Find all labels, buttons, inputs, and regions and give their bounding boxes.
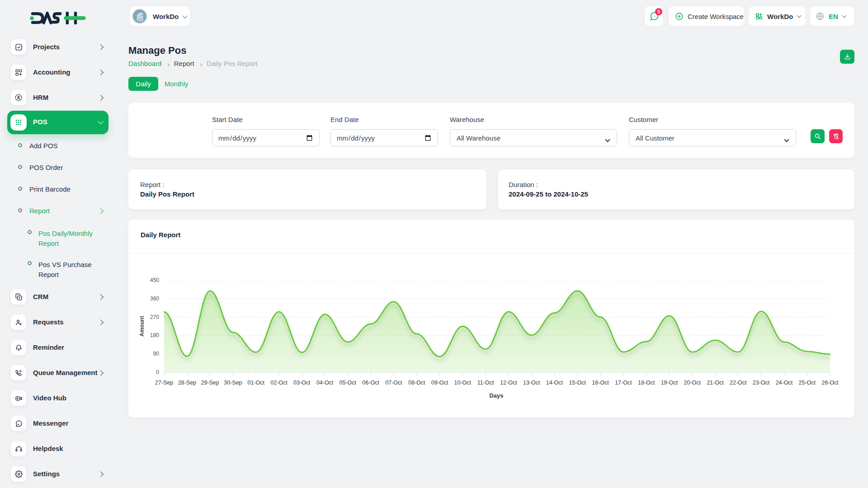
svg-text:180: 180 — [150, 332, 159, 338]
svg-text:25-Oct: 25-Oct — [798, 380, 816, 386]
svg-text:10-Oct: 10-Oct — [454, 380, 472, 386]
svg-text:28-Sep: 28-Sep — [178, 380, 196, 386]
svg-text:21-Oct: 21-Oct — [707, 380, 724, 386]
svg-text:17-Oct: 17-Oct — [615, 380, 632, 386]
svg-text:15-Oct: 15-Oct — [569, 380, 586, 386]
svg-text:90: 90 — [153, 351, 160, 357]
svg-text:18-Oct: 18-Oct — [638, 380, 655, 386]
svg-text:12-Oct: 12-Oct — [500, 380, 517, 386]
svg-text:03-Oct: 03-Oct — [293, 380, 311, 386]
svg-text:08-Oct: 08-Oct — [408, 380, 425, 386]
svg-text:360: 360 — [150, 296, 159, 302]
svg-text:07-Oct: 07-Oct — [385, 380, 402, 386]
svg-text:29-Sep: 29-Sep — [201, 380, 219, 386]
svg-text:23-Oct: 23-Oct — [753, 380, 770, 386]
svg-text:22-Oct: 22-Oct — [730, 380, 747, 386]
svg-text:14-Oct: 14-Oct — [546, 380, 563, 386]
svg-text:450: 450 — [150, 277, 159, 283]
svg-text:0: 0 — [156, 369, 159, 375]
svg-text:13-Oct: 13-Oct — [523, 380, 540, 386]
svg-text:11-Oct: 11-Oct — [477, 380, 494, 386]
svg-text:27-Sep: 27-Sep — [155, 380, 173, 386]
svg-text:06-Oct: 06-Oct — [362, 380, 379, 386]
svg-text:16-Oct: 16-Oct — [592, 380, 609, 386]
svg-text:30-Sep: 30-Sep — [224, 380, 242, 386]
svg-text:Amount: Amount — [139, 316, 145, 336]
svg-text:20-Oct: 20-Oct — [684, 380, 701, 386]
svg-text:19-Oct: 19-Oct — [661, 380, 678, 386]
svg-text:04-Oct: 04-Oct — [316, 380, 334, 386]
svg-text:09-Oct: 09-Oct — [431, 380, 448, 386]
svg-text:01-Oct: 01-Oct — [247, 380, 264, 386]
svg-text:05-Oct: 05-Oct — [340, 380, 357, 386]
svg-text:02-Oct: 02-Oct — [270, 380, 288, 386]
svg-text:24-Oct: 24-Oct — [776, 380, 793, 386]
svg-text:Days: Days — [489, 392, 503, 399]
svg-text:26-Oct: 26-Oct — [821, 380, 839, 386]
svg-text:270: 270 — [150, 314, 159, 320]
